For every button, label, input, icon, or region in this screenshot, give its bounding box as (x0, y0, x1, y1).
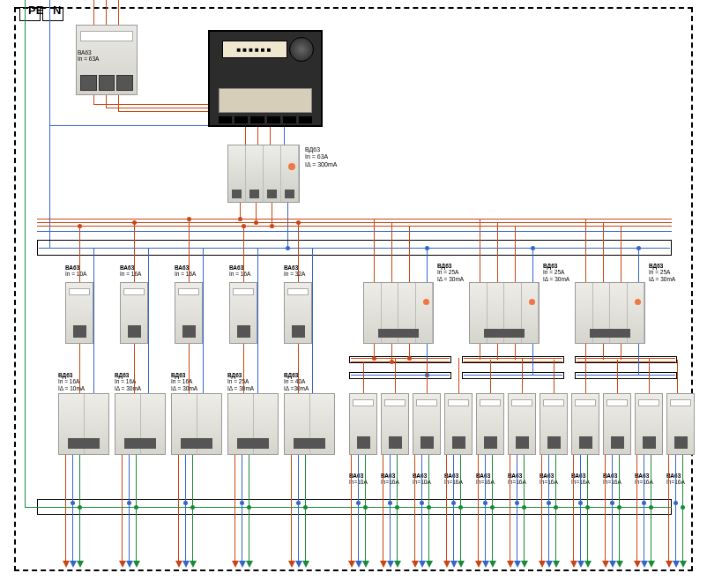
wire (118, 111, 208, 112)
mcb-r2-9 (603, 393, 631, 455)
out-wire (612, 455, 613, 561)
wire (363, 361, 364, 393)
wire (677, 360, 678, 393)
out-wire (668, 455, 669, 561)
out-arrow (680, 561, 687, 568)
out-arrow (77, 561, 84, 568)
junction-dot (674, 501, 678, 505)
junction-dot (390, 360, 394, 364)
sub-bus-3b (575, 372, 677, 379)
out-arrow (443, 561, 450, 568)
wire (148, 249, 149, 393)
main-breaker-label: ВА63In = 63A (78, 49, 99, 63)
junction-dot (127, 501, 131, 505)
junction-dot (547, 501, 551, 505)
junction-dot (490, 505, 495, 510)
out-arrow (387, 561, 394, 568)
out-arrow (641, 561, 648, 568)
out-wire (421, 455, 422, 561)
junction-dot (240, 501, 244, 505)
out-wire (234, 455, 235, 561)
out-arrow (489, 561, 496, 568)
junction-dot (247, 505, 251, 510)
row-2-mcb (349, 393, 695, 455)
mcb-r2-3 (413, 393, 441, 455)
wire (312, 249, 313, 393)
out-arrow (546, 561, 553, 568)
wire (351, 358, 450, 359)
mcb-2-label: ВА63In = 16A (120, 264, 141, 278)
wire (93, 249, 94, 393)
out-arrow (119, 561, 126, 568)
junction-dot (190, 505, 195, 510)
junction-dot (515, 501, 519, 505)
wire (118, 95, 119, 111)
wire (134, 344, 135, 393)
bus-n (37, 231, 672, 232)
out-wire (548, 455, 549, 561)
out-arrow (302, 561, 309, 568)
junction-dot (296, 220, 301, 225)
wire (464, 375, 562, 376)
mcb-r2-6 (508, 393, 536, 455)
wire (515, 344, 516, 360)
out-wire (675, 455, 676, 561)
out-arrow (634, 561, 641, 568)
n-wire-in (49, 0, 50, 249)
wire (395, 358, 396, 393)
mcb-r2-5 (476, 393, 504, 455)
out-arrow (475, 561, 482, 568)
mcb-3 (175, 282, 203, 344)
wire (532, 249, 533, 282)
rcd-3-label: ВД63In = 25AIΔ = 30mA (649, 263, 675, 282)
wire (351, 375, 450, 376)
wire (391, 222, 392, 282)
out-wire (351, 455, 352, 561)
wire (409, 226, 410, 282)
wire (585, 358, 586, 393)
out-arrow (553, 561, 560, 568)
out-wire (129, 455, 130, 561)
rcbo-4-label: ВД63In = 25AIΔ = 30mA (227, 372, 254, 391)
sub-bus-2b (462, 372, 564, 379)
junction-dot (451, 501, 456, 505)
out-wire (644, 455, 644, 561)
out-arrow (666, 561, 673, 568)
mcb-r2-10 (635, 393, 663, 455)
wire (391, 344, 392, 360)
rcbo-5 (284, 393, 335, 455)
meter-nameplate (219, 88, 312, 113)
junction-dot (238, 217, 242, 221)
out-wire (185, 455, 186, 561)
sub-bus-1b (349, 372, 451, 379)
out-wire (636, 455, 637, 561)
out-wire (298, 455, 299, 561)
wire (577, 358, 675, 359)
rcbo-1-label: ВД63In = 16AIΔ = 10mA (58, 372, 85, 391)
out-wire (72, 455, 73, 561)
wire (427, 361, 428, 393)
mcb-5-label: ВА63In = 32A (284, 264, 305, 278)
junction-dot (270, 224, 274, 228)
junction-dot (458, 505, 463, 510)
junction-dot (610, 501, 614, 505)
wire (577, 375, 675, 376)
junction-dot (427, 505, 431, 510)
junction-dot (134, 505, 138, 510)
out-arrow (175, 561, 182, 568)
junction-dot (531, 246, 535, 250)
rcbo-2-label: ВД63In = 16AIΔ = 30mA (115, 372, 141, 391)
out-arrow (133, 561, 140, 568)
rcbo-1 (58, 393, 109, 455)
wire (638, 249, 639, 282)
bus-l3 (37, 226, 672, 227)
wire (480, 219, 480, 282)
junction-dot (420, 501, 424, 505)
wire (515, 226, 516, 282)
phase-l1-in (93, 0, 94, 25)
junction-dot (585, 505, 590, 510)
wire (189, 344, 190, 393)
wire (532, 344, 533, 376)
out-arrow (602, 561, 609, 568)
out-wire (517, 455, 517, 561)
